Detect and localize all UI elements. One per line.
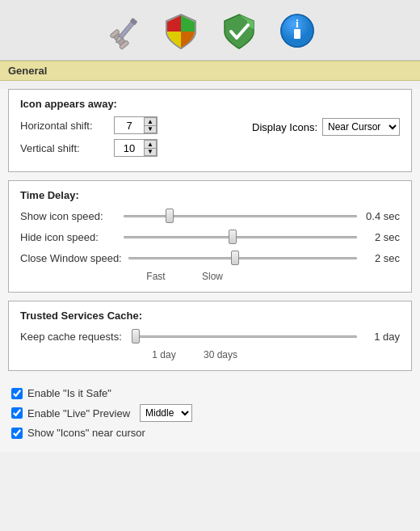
- vertical-shift-row: Vertical shift: 10 ▲ ▼: [20, 139, 252, 157]
- show-icon-thumb[interactable]: [166, 209, 174, 223]
- close-window-slider[interactable]: [128, 250, 357, 266]
- cache-labels: 1 day 30 days: [132, 349, 400, 360]
- keep-cache-row: Keep cache requests: 1 day: [20, 328, 400, 344]
- vertical-down-btn[interactable]: ▼: [144, 148, 157, 156]
- show-icons-near-cursor-label: Show "Icons" near cursor: [27, 427, 145, 439]
- is-it-safe-label: Enable "Is it Safe": [27, 387, 111, 399]
- hide-icon-thumb[interactable]: [229, 230, 237, 244]
- content-area: Icon appears away: Horizontal shift: 7 ▲…: [0, 89, 420, 452]
- horizontal-shift-spinner[interactable]: 7 ▲ ▼: [114, 116, 158, 134]
- icon-away-title: Icon appears away:: [20, 98, 400, 110]
- top-bar: i: [0, 0, 420, 61]
- time-delay-title: Time Delay:: [20, 189, 400, 201]
- hide-icon-slider[interactable]: [124, 229, 357, 245]
- close-window-thumb[interactable]: [231, 251, 239, 265]
- close-window-value: 2 sec: [363, 252, 400, 264]
- vertical-shift-label: Vertical shift:: [20, 142, 109, 154]
- svg-text:i: i: [296, 18, 299, 30]
- close-window-row: Close Window speed: 2 sec: [20, 250, 400, 266]
- vertical-shift-buttons[interactable]: ▲ ▼: [144, 140, 157, 156]
- shield-green-check-icon[interactable]: [218, 10, 260, 52]
- vertical-shift-spinner[interactable]: 10 ▲ ▼: [114, 139, 158, 157]
- vertical-up-btn[interactable]: ▲: [144, 140, 157, 148]
- tools-icon[interactable]: [102, 10, 144, 52]
- trusted-cache-title: Trusted Services Cache:: [20, 310, 400, 322]
- svg-rect-9: [294, 29, 300, 39]
- horizontal-shift-label: Horizontal shift:: [20, 120, 109, 132]
- icon-away-fields: Horizontal shift: 7 ▲ ▼ Vertical shift: …: [20, 116, 252, 162]
- show-icons-near-cursor-checkbox[interactable]: [11, 428, 23, 439]
- horizontal-down-btn[interactable]: ▼: [144, 125, 157, 133]
- general-label: General: [8, 65, 47, 77]
- trusted-cache-section: Trusted Services Cache: Keep cache reque…: [8, 301, 412, 371]
- live-preview-label: Enable "Live" Preview: [27, 407, 130, 419]
- show-icon-row: Show icon speed: 0.4 sec: [20, 208, 400, 224]
- is-it-safe-row: Enable "Is it Safe": [11, 387, 409, 399]
- live-preview-checkbox[interactable]: [11, 407, 23, 419]
- keep-cache-label: Keep cache requests:: [20, 331, 125, 343]
- hide-icon-label: Hide icon speed:: [20, 231, 117, 243]
- show-icons-near-cursor-row: Show "Icons" near cursor: [11, 427, 409, 439]
- icon-away-section: Icon appears away: Horizontal shift: 7 ▲…: [8, 89, 412, 172]
- horizontal-up-btn[interactable]: ▲: [144, 117, 157, 125]
- show-icon-slider[interactable]: [124, 208, 357, 224]
- live-preview-row: Enable "Live" Preview Top Middle Bottom: [11, 404, 409, 422]
- slow-label: Slow: [188, 271, 237, 282]
- time-delay-labels: Fast Slow: [124, 271, 400, 282]
- info-circle-icon[interactable]: i: [276, 10, 318, 52]
- display-icons-label: Display Icons:: [252, 121, 317, 133]
- shield-multicolor-icon[interactable]: [160, 10, 202, 52]
- vertical-shift-input[interactable]: 10: [115, 140, 144, 156]
- fast-label: Fast: [124, 271, 188, 282]
- close-window-label: Close Window speed:: [20, 252, 122, 264]
- thirty-days-label: 30 days: [196, 349, 245, 360]
- checkboxes-section: Enable "Is it Safe" Enable "Live" Previe…: [0, 379, 420, 452]
- preview-position-dropdown[interactable]: Top Middle Bottom: [140, 404, 192, 422]
- general-section-header: General: [0, 61, 420, 81]
- hide-icon-row: Hide icon speed: 2 sec: [20, 229, 400, 245]
- display-icons-dropdown[interactable]: Near Cursor At Icon Top Left Top Right B…: [322, 118, 400, 136]
- show-icon-value: 0.4 sec: [363, 210, 400, 222]
- keep-cache-value: 1 day: [363, 331, 400, 343]
- show-icon-label: Show icon speed:: [20, 210, 117, 222]
- display-icons-field: Display Icons: Near Cursor At Icon Top L…: [252, 116, 400, 136]
- time-delay-section: Time Delay: Show icon speed: 0.4 sec Hid…: [8, 180, 412, 293]
- one-day-label: 1 day: [132, 349, 196, 360]
- keep-cache-thumb[interactable]: [132, 329, 140, 343]
- horizontal-shift-input[interactable]: 7: [115, 117, 144, 133]
- hide-icon-value: 2 sec: [363, 231, 400, 243]
- horizontal-shift-row: Horizontal shift: 7 ▲ ▼: [20, 116, 252, 134]
- is-it-safe-checkbox[interactable]: [11, 388, 23, 399]
- keep-cache-slider[interactable]: [132, 328, 357, 344]
- horizontal-shift-buttons[interactable]: ▲ ▼: [144, 117, 157, 133]
